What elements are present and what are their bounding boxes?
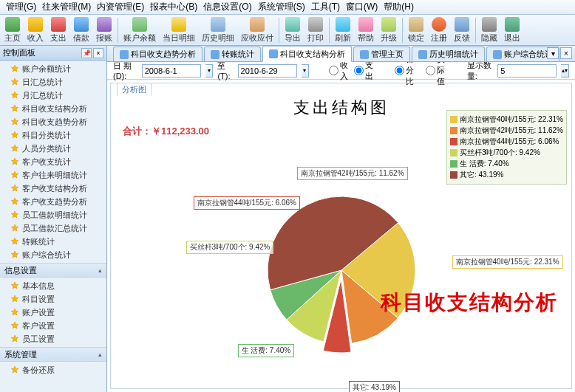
toolbar-ref-button[interactable]: 刷新 xyxy=(332,16,354,45)
sidebar-item[interactable]: 员工借款汇总统计 xyxy=(0,221,106,235)
menu-item[interactable]: 窗口(W) xyxy=(343,1,381,13)
sidebar-item[interactable]: 账户设置 xyxy=(0,306,106,319)
toolbar-ar-button[interactable]: 应收应付 xyxy=(238,16,276,45)
toolbar-separator xyxy=(329,18,330,43)
chart-body: 南京拉钢管40吨/155元: 22.31%南京拉钢管42吨/155元: 11.6… xyxy=(117,141,565,377)
main-toolbar: 主页收入支出借款报账账户余额当日明细历史明细应收应付导出打印刷新帮助升级锁定注册… xyxy=(0,15,575,46)
toolbar-exit-button[interactable]: 退出 xyxy=(501,16,523,45)
qty-input[interactable] xyxy=(497,64,557,78)
sidebar-close-icon[interactable]: × xyxy=(93,48,103,58)
toolbar-lock-button[interactable]: 锁定 xyxy=(405,16,427,45)
bal-icon xyxy=(132,17,147,32)
pie-slice-label: 生 活费: 7.40% xyxy=(238,344,295,357)
tab[interactable]: 管理主页 xyxy=(353,47,410,61)
toolbar-separator xyxy=(118,18,118,43)
tab[interactable]: 历史明细统计 xyxy=(412,47,485,61)
toolbar-up-button[interactable]: 升级 xyxy=(378,16,400,45)
sidebar-item[interactable]: 客户收支趋势分析 xyxy=(0,195,106,208)
date-from-input[interactable] xyxy=(142,64,201,78)
menu-item[interactable]: 信息设置(O) xyxy=(200,1,254,13)
sidebar-item[interactable]: 基本信息 xyxy=(0,279,106,292)
sidebar-item[interactable]: 日汇总统计 xyxy=(0,75,106,89)
sidebar-item[interactable]: 科目设置 xyxy=(0,292,106,306)
sidebar-item[interactable]: 月汇总统计 xyxy=(0,89,106,102)
sidebar-pin-icon[interactable]: 📌 xyxy=(81,48,92,58)
tab-icon xyxy=(493,50,502,59)
pie-slice-label: 其它: 43.19% xyxy=(349,381,400,392)
toolbar-rep-button[interactable]: 报账 xyxy=(93,16,115,45)
toolbar-hide-button[interactable]: 隐藏 xyxy=(478,16,500,45)
toolbar-in-button[interactable]: 收入 xyxy=(24,16,47,45)
tab[interactable]: 科目收支结构分析 xyxy=(262,46,352,62)
sidebar-item[interactable]: 账户综合统计 xyxy=(0,248,106,261)
radio-expense[interactable]: 支出 xyxy=(354,60,375,82)
legend-swatch xyxy=(450,116,457,123)
hist-icon xyxy=(211,17,225,32)
sidebar: 控制面板 📌 × 账户余额统计日汇总统计月汇总统计科目收支结构分析科目收支趋势分… xyxy=(0,46,107,392)
up-icon xyxy=(381,17,396,32)
toolbar-help-button[interactable]: 帮助 xyxy=(355,16,377,45)
toolbar-loan-button[interactable]: 借款 xyxy=(70,16,92,45)
exp-icon xyxy=(285,17,300,32)
sidebar-item[interactable]: 客户收支统计 xyxy=(0,155,106,168)
star-icon xyxy=(10,64,19,73)
tab[interactable]: 转账统计 xyxy=(204,47,261,61)
sidebar-item[interactable]: 账户余额统计 xyxy=(0,62,106,75)
toolbar-today-button[interactable]: 当日明细 xyxy=(160,16,198,45)
toolbar-bal-button[interactable]: 账户余额 xyxy=(120,16,159,45)
sidebar-item[interactable]: 备份还原 xyxy=(0,363,106,376)
toolbar-exp-button[interactable]: 导出 xyxy=(282,16,304,45)
date-to-label: 至(T): xyxy=(217,61,233,80)
filter-bar: 日 期(D): ▾ 至(T): ▾ 收入 支出 百分比 实际值 显示数量: ▴▾ xyxy=(107,62,575,80)
date-from-dropdown-icon[interactable]: ▾ xyxy=(205,64,214,78)
toolbar-print-button[interactable]: 打印 xyxy=(304,16,327,45)
pie-slice-label: 南京拉钢管42吨/155元: 11.62% xyxy=(297,167,408,180)
menu-item[interactable]: 往来管理(M) xyxy=(39,1,94,13)
date-to-dropdown-icon[interactable]: ▾ xyxy=(302,64,310,78)
fb-icon xyxy=(455,17,469,32)
home-icon xyxy=(5,17,20,32)
menu-item[interactable]: 报表中心(B) xyxy=(147,1,200,13)
sidebar-item[interactable]: 客户收支结构分析 xyxy=(0,182,106,195)
sidebar-section-header[interactable]: 系统管理▴ xyxy=(0,347,106,362)
sidebar-item[interactable]: 客户往来明细统计 xyxy=(0,168,106,182)
menu-item[interactable]: 内资管理(E) xyxy=(94,1,147,13)
tab[interactable]: 科目收支趋势分析 xyxy=(113,47,203,61)
sidebar-section-header[interactable]: 信息设置▴ xyxy=(0,263,106,278)
sidebar-item[interactable]: 转账统计 xyxy=(0,235,106,248)
hide-icon xyxy=(482,17,497,32)
toolbar-home-button[interactable]: 主页 xyxy=(1,16,24,45)
tab-menu-icon[interactable]: ▾ xyxy=(547,47,559,59)
toolbar-reg-button[interactable]: 注册 xyxy=(428,16,450,45)
sidebar-item[interactable]: 客户设置 xyxy=(0,319,106,332)
tab-close-icon[interactable]: × xyxy=(560,47,572,59)
star-icon xyxy=(10,184,19,193)
toolbar-separator xyxy=(279,18,279,43)
toolbar-out-button[interactable]: 支出 xyxy=(47,16,69,45)
in-icon xyxy=(28,17,43,32)
toolbar-fb-button[interactable]: 反馈 xyxy=(451,16,473,45)
menu-item[interactable]: 管理(G) xyxy=(3,1,39,13)
sidebar-item[interactable]: 员工借款明细统计 xyxy=(0,208,106,221)
chart-tab[interactable]: 分析图 xyxy=(117,83,152,96)
toolbar-hist-button[interactable]: 历史明细 xyxy=(199,16,237,45)
qty-spinner-icon[interactable]: ▴▾ xyxy=(561,64,569,78)
pie-slice-label: 买丝杆3吨/700个: 9.42% xyxy=(186,241,274,254)
star-icon xyxy=(10,365,19,374)
radio-income[interactable]: 收入 xyxy=(329,60,350,82)
sidebar-item[interactable]: 科目分类统计 xyxy=(0,128,106,142)
sidebar-item[interactable]: 科目收支结构分析 xyxy=(0,102,106,115)
sidebar-item[interactable]: 员工设置 xyxy=(0,332,106,345)
date-to-input[interactable] xyxy=(238,64,297,78)
sidebar-item[interactable]: 人员分类统计 xyxy=(0,142,106,155)
chart-panel: 分析图 支出结构图 合计：￥112,233.00 南京拉钢管40吨/155元: … xyxy=(110,83,572,389)
content-area: 科目收支趋势分析转账统计科目收支结构分析管理主页历史明细统计账户综合统计 ▾ ×… xyxy=(107,46,575,392)
star-icon xyxy=(10,157,19,166)
menu-item[interactable]: 帮助(H) xyxy=(381,1,417,13)
sidebar-item[interactable]: 科目收支趋势分析 xyxy=(0,115,106,128)
menu-item[interactable]: 系统管理(S) xyxy=(255,1,308,13)
star-icon xyxy=(10,104,19,113)
tab-icon xyxy=(418,50,427,59)
star-icon xyxy=(10,197,19,206)
menu-item[interactable]: 工具(T) xyxy=(308,1,343,13)
